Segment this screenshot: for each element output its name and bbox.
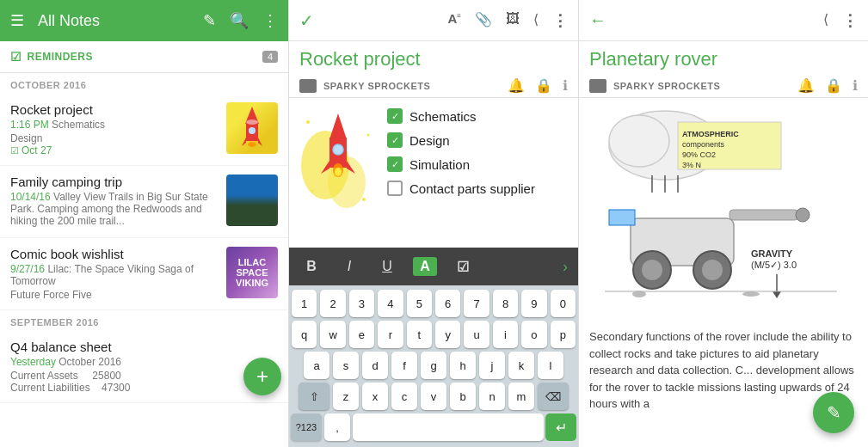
key-l[interactable]: l <box>538 352 563 379</box>
fab-add-button[interactable]: + <box>243 358 281 395</box>
checkbox-contact[interactable] <box>387 181 403 196</box>
key-num-switch[interactable]: ?123 <box>291 413 322 441</box>
note-thumb-rocket <box>226 102 278 154</box>
key-enter[interactable]: ↵ <box>545 413 576 441</box>
key-7[interactable]: 7 <box>464 290 489 317</box>
edit-icon[interactable]: ✎ <box>203 11 216 30</box>
check-item-contact[interactable]: Contact parts supplier <box>387 181 568 196</box>
underline-button[interactable]: U <box>375 259 399 274</box>
key-4[interactable]: 4 <box>378 290 403 317</box>
checkbox-design[interactable]: ✓ <box>387 132 403 148</box>
format-text-icon[interactable]: A≡ <box>447 11 461 30</box>
key-1[interactable]: 1 <box>292 290 317 317</box>
key-space[interactable] <box>353 413 544 441</box>
key-w[interactable]: w <box>320 321 345 348</box>
rover-share-icon[interactable]: ⟨ <box>823 11 828 30</box>
font-color-button[interactable]: A <box>413 257 437 276</box>
key-h[interactable]: h <box>450 352 476 379</box>
key-c[interactable]: c <box>391 383 417 410</box>
key-k[interactable]: k <box>508 352 534 379</box>
key-s[interactable]: s <box>333 352 359 379</box>
key-8[interactable]: 8 <box>493 290 518 317</box>
key-9[interactable]: 9 <box>521 290 546 317</box>
key-j[interactable]: j <box>479 352 505 379</box>
notes-list: OCTOBER 2016 Rocket project 1:16 PM Sche… <box>0 73 288 447</box>
key-z[interactable]: z <box>333 383 359 410</box>
back-icon[interactable]: ← <box>589 10 606 30</box>
checklist-label-simulation: Simulation <box>409 157 470 172</box>
more-format-arrow[interactable]: › <box>563 258 568 276</box>
menu-icon[interactable]: ☰ <box>10 11 24 30</box>
rover-alarm-icon[interactable]: 🔔 <box>797 77 815 94</box>
svg-point-6 <box>248 142 256 147</box>
check-item-schematics[interactable]: ✓ Schematics <box>387 108 568 124</box>
reminders-bar[interactable]: ☑ REMINDERS 4 <box>0 41 288 73</box>
svg-text:ATMOSPHERIC: ATMOSPHERIC <box>682 130 739 138</box>
key-comma[interactable]: , <box>324 413 350 441</box>
attach-icon[interactable]: 📎 <box>475 11 492 30</box>
lock-icon[interactable]: 🔒 <box>535 77 552 94</box>
info-icon[interactable]: ℹ <box>563 77 568 94</box>
key-d[interactable]: d <box>362 352 388 379</box>
key-2[interactable]: 2 <box>320 290 345 317</box>
note-meta-rocket: 1:16 PM Schematics <box>10 119 219 131</box>
svg-text:(M/5✓) 3.0: (M/5✓) 3.0 <box>751 260 797 270</box>
checkbox-schematics[interactable]: ✓ <box>387 108 403 124</box>
key-0[interactable]: 0 <box>551 290 576 317</box>
key-f[interactable]: f <box>391 352 417 379</box>
key-backspace[interactable]: ⌫ <box>538 383 569 410</box>
rover-notebook-bar: SPARKY SPROCKETS 🔔 🔒 ℹ <box>579 74 868 98</box>
svg-point-36 <box>702 260 723 280</box>
italic-button[interactable]: I <box>337 259 361 274</box>
key-5[interactable]: 5 <box>407 290 432 317</box>
key-v[interactable]: v <box>421 383 446 410</box>
bold-button[interactable]: B <box>299 259 323 274</box>
rover-info-icon[interactable]: ℹ <box>853 77 858 94</box>
key-shift[interactable]: ⇧ <box>299 383 329 410</box>
key-b[interactable]: b <box>450 383 476 410</box>
note-item-camping[interactable]: Family camping trip 10/14/16 Valley View… <box>0 166 288 238</box>
note-item-comic[interactable]: Comic book wishlist 9/27/16 Lilac: The S… <box>0 238 288 310</box>
check-icon[interactable]: ✓ <box>299 10 314 31</box>
rover-header: ← ⟨ ⋮ <box>579 0 868 41</box>
note-content-comic: Comic book wishlist 9/27/16 Lilac: The S… <box>10 247 219 301</box>
key-p[interactable]: p <box>551 321 576 348</box>
more-options-icon[interactable]: ⋮ <box>552 11 568 30</box>
share-icon[interactable]: ⟨ <box>533 11 539 30</box>
rover-fab-edit-button[interactable]: ✎ <box>813 392 854 433</box>
notebook-actions: 🔔 🔒 ℹ <box>508 77 568 94</box>
svg-point-43 <box>632 291 646 297</box>
svg-point-32 <box>796 208 810 222</box>
key-y[interactable]: y <box>435 321 460 348</box>
search-icon[interactable]: 🔍 <box>230 11 249 30</box>
key-q[interactable]: q <box>292 321 317 348</box>
note-item-rocket[interactable]: Rocket project 1:16 PM Schematics Design… <box>0 94 288 166</box>
svg-text:GRAVITY: GRAVITY <box>751 248 793 259</box>
check-item-simulation[interactable]: ✓ Simulation <box>387 156 568 172</box>
key-u[interactable]: u <box>464 321 489 348</box>
panel-rover-detail: ← ⟨ ⋮ Planetary rover SPARKY SPROCKETS 🔔… <box>579 0 868 447</box>
svg-text:90% CO2: 90% CO2 <box>682 150 716 159</box>
key-m[interactable]: m <box>508 383 534 410</box>
rover-more-icon[interactable]: ⋮ <box>842 11 858 30</box>
key-i[interactable]: i <box>493 321 518 348</box>
more-icon[interactable]: ⋮ <box>262 11 278 30</box>
key-g[interactable]: g <box>421 352 446 379</box>
rover-lock-icon[interactable]: 🔒 <box>825 77 842 94</box>
key-6[interactable]: 6 <box>435 290 460 317</box>
key-t[interactable]: t <box>407 321 432 348</box>
rocket-notebook-bar: SPARKY SPROCKETS 🔔 🔒 ℹ <box>289 74 578 98</box>
checklist-button[interactable]: ☑ <box>451 259 475 275</box>
checkbox-simulation[interactable]: ✓ <box>387 156 403 172</box>
check-item-design[interactable]: ✓ Design <box>387 132 568 148</box>
key-e[interactable]: e <box>349 321 374 348</box>
alarm-icon[interactable]: 🔔 <box>508 77 525 94</box>
key-o[interactable]: o <box>521 321 546 348</box>
key-x[interactable]: x <box>362 383 388 410</box>
note-item-balance[interactable]: Q4 balance sheet Yesterday October 2016 … <box>0 331 288 403</box>
key-3[interactable]: 3 <box>349 290 374 317</box>
image-icon[interactable]: 🖼 <box>506 11 520 30</box>
key-n[interactable]: n <box>479 383 505 410</box>
key-r[interactable]: r <box>378 321 403 348</box>
key-a[interactable]: a <box>304 352 329 379</box>
